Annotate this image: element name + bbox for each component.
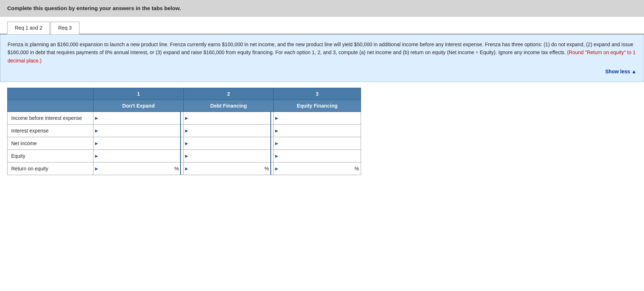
- arrow-icon: ►: [93, 115, 99, 121]
- arrow-icon: ►: [93, 166, 99, 171]
- input-net-1[interactable]: [99, 137, 180, 149]
- col-subheader-empty: [8, 100, 93, 112]
- arrow-icon: ►: [274, 128, 279, 134]
- tab-req1-2[interactable]: Req 1 and 2: [7, 22, 50, 34]
- col-subheader-debt: Debt Financing: [183, 100, 274, 112]
- row-label-net-income: Net income: [8, 137, 93, 149]
- input-return-3[interactable]: [279, 162, 353, 175]
- description-main: Frenza is planning an $160,000 expansion…: [8, 42, 633, 55]
- col-subheader-equity: Equity Financing: [274, 100, 361, 112]
- arrow-icon: ►: [184, 140, 189, 146]
- cell-income-2: ►: [183, 112, 271, 124]
- col-header-1: 1: [93, 88, 184, 100]
- arrow-icon: ►: [184, 153, 189, 159]
- arrow-icon: ►: [274, 115, 279, 121]
- input-net-2[interactable]: [189, 137, 270, 149]
- arrow-icon: ►: [184, 128, 189, 134]
- cell-equity-2: ►: [183, 149, 271, 162]
- arrow-icon: ►: [93, 140, 99, 146]
- input-income-2[interactable]: [189, 112, 270, 124]
- input-net-3[interactable]: [279, 137, 360, 149]
- input-interest-2[interactable]: [189, 125, 270, 137]
- percent-label-2: %: [263, 166, 270, 171]
- col-header-empty-1: [8, 88, 93, 100]
- percent-label-1: %: [173, 166, 180, 171]
- instruction-bar: Complete this question by entering your …: [0, 0, 644, 17]
- table-wrapper: 1 2 3 Don't Expand Debt Financing Equity…: [0, 88, 644, 182]
- cell-interest-2: ►: [183, 124, 271, 137]
- content-area: Frenza is planning an $160,000 expansion…: [0, 34, 644, 82]
- arrow-icon: ►: [93, 153, 99, 159]
- input-income-1[interactable]: [99, 112, 180, 124]
- tabs-container: Req 1 and 2 Req 3: [0, 17, 644, 34]
- row-label-return: Return on equity: [8, 162, 93, 175]
- cell-net-3: ►: [274, 137, 361, 149]
- input-equity-1[interactable]: [99, 150, 180, 162]
- cell-return-3: ► %: [274, 162, 361, 175]
- percent-label-3: %: [353, 166, 360, 171]
- arrow-icon: ►: [274, 166, 279, 171]
- arrow-icon: ►: [93, 128, 99, 134]
- table-row: Net income ► ► ►: [8, 137, 361, 149]
- col-subheader-dont-expand: Don't Expand: [93, 100, 184, 112]
- input-income-3[interactable]: [279, 112, 360, 124]
- table-row: Interest expense ► ►: [8, 124, 361, 137]
- table-row: Income before interest expense ► ►: [8, 112, 361, 124]
- row-label-interest: Interest expense: [8, 124, 93, 137]
- cell-net-2: ►: [183, 137, 271, 149]
- input-equity-3[interactable]: [279, 150, 360, 162]
- cell-equity-3: ►: [274, 149, 361, 162]
- table-row: Equity ► ► ►: [8, 149, 361, 162]
- main-table: 1 2 3 Don't Expand Debt Financing Equity…: [7, 88, 361, 175]
- row-label-income: Income before interest expense: [8, 112, 93, 124]
- cell-return-2: ► %: [183, 162, 271, 175]
- input-return-2[interactable]: [189, 162, 263, 175]
- show-less-link[interactable]: Show less: [8, 68, 636, 75]
- arrow-icon: ►: [184, 115, 189, 121]
- input-return-1[interactable]: [99, 162, 173, 175]
- col-header-3: 3: [274, 88, 361, 100]
- col-header-2: 2: [183, 88, 274, 100]
- arrow-icon: ►: [274, 153, 279, 159]
- cell-interest-3: ►: [274, 124, 361, 137]
- cell-return-1: ► %: [93, 162, 181, 175]
- tab-req3[interactable]: Req 3: [51, 22, 79, 34]
- arrow-icon: ►: [274, 140, 279, 146]
- cell-income-1: ►: [93, 112, 181, 124]
- input-interest-1[interactable]: [99, 125, 180, 137]
- row-label-equity: Equity: [8, 149, 93, 162]
- cell-equity-1: ►: [93, 149, 181, 162]
- instruction-text: Complete this question by entering your …: [7, 5, 181, 11]
- table-row: Return on equity ► % ► %: [8, 162, 361, 175]
- cell-interest-1: ►: [93, 124, 181, 137]
- input-equity-2[interactable]: [189, 150, 270, 162]
- cell-income-3: ►: [274, 112, 361, 124]
- arrow-icon: ►: [184, 166, 189, 171]
- cell-net-1: ►: [93, 137, 181, 149]
- input-interest-3[interactable]: [279, 125, 360, 137]
